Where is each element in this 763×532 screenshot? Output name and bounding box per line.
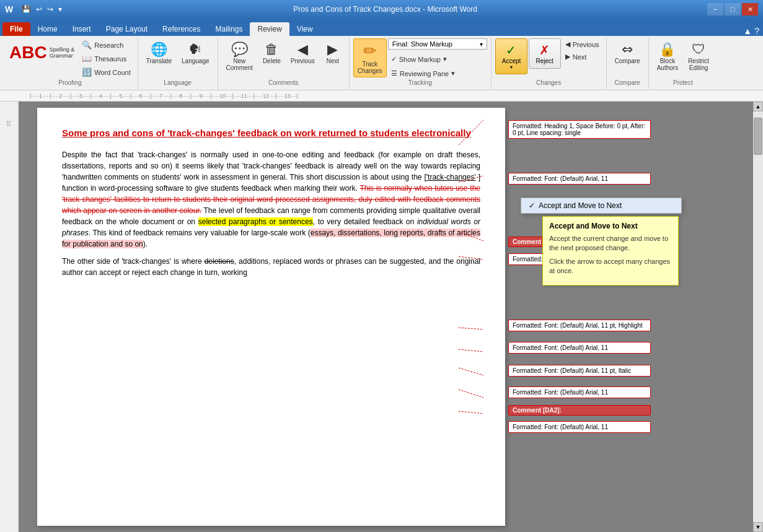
- customize-qa[interactable]: ▾: [57, 5, 63, 14]
- title-bar: W 💾 ↩ ↪ ▾ Pros and Cons of Track Changes…: [0, 0, 763, 19]
- accept-move-next-icon: ✓: [529, 201, 535, 210]
- tab-mailings[interactable]: Mailings: [208, 22, 250, 36]
- comment-fmt5-text: Formatted: Font: (Default) Arial, 11: [513, 344, 608, 351]
- reviewing-pane-icon: ☰: [391, 69, 397, 77]
- close-button[interactable]: ✕: [742, 3, 758, 15]
- translate-button[interactable]: 🌐 Translate: [142, 38, 176, 68]
- undo-button[interactable]: ↩: [35, 5, 43, 14]
- spelling-icon: ABC: [9, 43, 47, 63]
- wordcount-button[interactable]: 🔢 Word Count: [79, 66, 134, 79]
- vertical-scrollbar[interactable]: ▲ ▼: [753, 102, 763, 532]
- reviewing-pane-caret: ▾: [451, 69, 455, 77]
- tracking-group-label: Tracking: [353, 79, 487, 87]
- reviewing-pane-button[interactable]: ☰ Reviewing Pane ▾: [388, 68, 487, 79]
- tooltip-line2: Click the arrow to accept many changes a…: [549, 257, 672, 276]
- comment-fmt4-text: Formatted: Font: (Default) Arial, 11 pt,…: [513, 322, 643, 329]
- thesaurus-button[interactable]: 📖 Thesaurus: [79, 52, 134, 65]
- reject-icon: ✗: [536, 43, 554, 58]
- show-markup-dropdown[interactable]: Final: Show Markup ▾: [388, 38, 487, 50]
- strikethrough-text: deletions: [205, 257, 234, 266]
- prev-change-icon: ◀: [565, 40, 570, 48]
- comment-formatted-4: Formatted: Font: (Default) Arial, 11 pt,…: [508, 320, 651, 331]
- svg-line-4: [459, 328, 483, 329]
- language-group-label: Language: [142, 79, 214, 87]
- delete-icon: 🗑: [265, 41, 278, 58]
- tab-insert[interactable]: Insert: [65, 22, 99, 36]
- document-title: Some pros and cons of 'track-changes' fe…: [62, 126, 480, 139]
- research-icon: 🔍: [82, 40, 92, 50]
- comment-formatted-8: Formatted: Font: (Default) Arial, 11: [508, 421, 651, 433]
- comment-fmt1-text: Formatted: Heading 1, Space Before: 0 pt…: [513, 123, 645, 136]
- translate-icon: 🌐: [151, 41, 167, 58]
- scroll-up-arrow[interactable]: ▲: [753, 102, 763, 111]
- compare-label: Compare: [615, 58, 640, 64]
- comment-fmt7-text: Formatted: Font: (Default) Arial, 11: [513, 389, 608, 396]
- show-markup-arrow: ▾: [480, 41, 483, 48]
- show-markup-button[interactable]: ✓ Show Markup ▾: [388, 53, 487, 65]
- next-comment-button[interactable]: ▶ Next: [320, 38, 345, 68]
- proofing-content: ABC Spelling &Grammar 🔍 Research 📖 Thesa…: [6, 38, 134, 79]
- spelling-grammar-button[interactable]: ABC Spelling &Grammar: [6, 38, 77, 67]
- restrict-editing-icon: 🛡: [692, 41, 705, 58]
- prev-comment-button[interactable]: ◀ Previous: [286, 38, 319, 68]
- accept-button[interactable]: ✓ Accept ▾: [495, 38, 527, 74]
- next-change-icon: ▶: [565, 53, 570, 61]
- reject-button[interactable]: ✗ Reject: [529, 38, 561, 69]
- tab-view[interactable]: View: [289, 22, 320, 36]
- margin-comments-area: Formatted: Heading 1, Space Before: 0 pt…: [505, 102, 660, 532]
- help-button[interactable]: ?: [754, 26, 759, 36]
- language-button[interactable]: 🗣 Language: [177, 38, 214, 68]
- tab-references[interactable]: References: [155, 22, 208, 36]
- document-page: Some pros and cons of 'track-changes' fe…: [37, 108, 505, 526]
- prev-change-button[interactable]: ◀ Previous: [562, 38, 602, 50]
- track-changes-icon: ✏: [363, 41, 377, 61]
- show-markup-text: Show Markup: [399, 56, 441, 63]
- maximize-button[interactable]: □: [725, 3, 741, 15]
- ribbon-collapse[interactable]: ▲: [743, 26, 752, 36]
- restrict-editing-button[interactable]: 🛡 RestrictEditing: [684, 38, 713, 74]
- research-button[interactable]: 🔍 Research: [79, 38, 134, 51]
- delete-comment-button[interactable]: 🗑 Delete: [258, 38, 285, 68]
- accept-move-next-item[interactable]: ✓ Accept and Move to Next: [521, 198, 681, 213]
- compare-button[interactable]: ⇔ Compare: [611, 38, 645, 68]
- svg-line-5: [459, 349, 483, 352]
- next-change-button[interactable]: ▶ Next: [562, 51, 602, 63]
- next-change-label: Next: [573, 53, 587, 61]
- scroll-track[interactable]: [753, 111, 763, 522]
- tab-pagelayout[interactable]: Page Layout: [99, 22, 155, 36]
- ribbon-group-language: 🌐 Translate 🗣 Language Language: [138, 37, 218, 89]
- show-markup-icon: ✓: [391, 55, 397, 63]
- paragraph-2: The other side of 'track-changes' is whe…: [62, 256, 480, 278]
- tab-file[interactable]: File: [2, 22, 30, 36]
- ruler: |·····1·····|·····2·····|·····3·····|···…: [0, 90, 763, 102]
- new-comment-button[interactable]: 💬 NewComment: [222, 38, 257, 74]
- ruler-content: |·····1·····|·····2·····|·····3·····|···…: [30, 93, 751, 99]
- proofing-group-label: Proofing: [6, 79, 134, 87]
- translate-label: Translate: [146, 58, 172, 64]
- track-changes-label: TrackChanges: [358, 61, 382, 74]
- comment-formatted-2: Formatted: Font: (Default) Arial, 11: [508, 173, 651, 185]
- language-content: 🌐 Translate 🗣 Language: [142, 38, 214, 79]
- ribbon: ABC Spelling &Grammar 🔍 Research 📖 Thesa…: [0, 36, 763, 90]
- accept-icon: ✓: [502, 43, 521, 58]
- accept-tooltip-popup: Accept and Move to Next Accept the curre…: [542, 216, 679, 286]
- document-area: Some pros and cons of 'track-changes' fe…: [19, 102, 763, 532]
- redo-button[interactable]: ↪: [46, 5, 55, 14]
- scroll-down-arrow[interactable]: ▼: [753, 522, 763, 532]
- deleted-text: This is normally when tutors use the 'tr…: [62, 184, 480, 215]
- minimize-button[interactable]: −: [707, 3, 723, 15]
- wordcount-icon: 🔢: [82, 68, 92, 77]
- show-markup-caret: ▾: [443, 55, 447, 63]
- block-authors-button[interactable]: 🔒 BlockAuthors: [653, 38, 682, 74]
- tooltip-line1: Accept the current change and move to th…: [549, 234, 672, 253]
- tab-home[interactable]: Home: [30, 22, 65, 36]
- scroll-thumb[interactable]: [754, 118, 762, 155]
- save-button[interactable]: 💾: [20, 5, 32, 14]
- comment-formatted-7: Formatted: Font: (Default) Arial, 11: [508, 386, 651, 398]
- ribbon-group-changes: ✓ Accept ▾ ✗ Reject ◀ Previous ▶ Next: [492, 37, 607, 89]
- accept-move-next-label: Accept and Move to Next: [539, 201, 622, 210]
- window-title: Pros and Cons of Track Changes.docx - Mi…: [63, 5, 707, 14]
- next-comment-label: Next: [326, 58, 339, 64]
- tab-review[interactable]: Review: [250, 22, 289, 36]
- track-changes-button[interactable]: ✏ TrackChanges: [353, 38, 387, 77]
